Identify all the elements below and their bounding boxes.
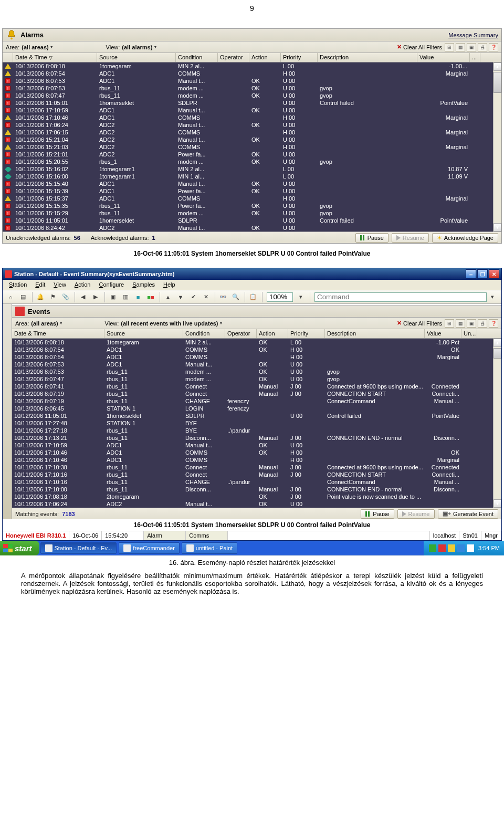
- col-operator[interactable]: Operator: [218, 53, 249, 62]
- menu-item[interactable]: Edit: [31, 280, 49, 290]
- event-row[interactable]: 10/11/2006 17:10:46ADC1COMMSOKH 00OK: [12, 449, 501, 456]
- view-dropdown[interactable]: (all recent events with live updates): [121, 320, 218, 327]
- event-row[interactable]: 10/11/2006 17:10:46ADC1COMMSH 00Marginal: [12, 456, 501, 464]
- taskbar-task[interactable]: untitled - Paint: [182, 542, 237, 554]
- alarms-grid-body[interactable]: 10/13/2006 8:08:181tomegaramMIN 2 al...L…: [3, 62, 501, 232]
- event-row[interactable]: 10/13/2006 8:08:181tomegaramMIN 2 al...O…: [12, 339, 501, 346]
- alarm-row[interactable]: !10/12/2006 11:05:011homersekletSDLPRU 0…: [3, 99, 501, 107]
- col-more[interactable]: ...: [470, 53, 480, 62]
- alarm-row[interactable]: 10/13/2006 8:07:54ADC1COMMSH 00Marginal: [3, 70, 501, 77]
- tray-icon[interactable]: [467, 544, 474, 552]
- alarm-row[interactable]: !10/11/2006 8:24:42ADC2Manual t...OKU 00: [3, 224, 501, 232]
- x-button[interactable]: ✕: [200, 291, 212, 303]
- zoom-dropdown[interactable]: ▾: [295, 291, 307, 303]
- toolbar-button[interactable]: ■: [132, 291, 144, 303]
- col-action[interactable]: Action: [257, 329, 288, 338]
- chevron-down-icon[interactable]: ▼: [50, 45, 54, 49]
- zoom-input[interactable]: [267, 292, 293, 302]
- scroll-thumb[interactable]: [494, 72, 501, 93]
- clip-button[interactable]: 📎: [60, 291, 71, 303]
- vertical-scrollbar[interactable]: ▲ ▼: [493, 62, 501, 232]
- generate-event-button[interactable]: ▣+Generate Event: [438, 509, 499, 519]
- event-row[interactable]: 10/11/2006 17:10:00rbus_11Disconn...Manu…: [12, 486, 501, 493]
- alarm-row[interactable]: !10/13/2006 8:07:53rbus_11modem ...OKU 0…: [3, 85, 501, 92]
- scroll-thumb[interactable]: [494, 348, 501, 359]
- col-priority[interactable]: Priority: [281, 53, 318, 62]
- toolbar-button[interactable]: ▥: [120, 291, 131, 303]
- chevron-down-icon[interactable]: ▼: [219, 321, 223, 325]
- close-button[interactable]: ✕: [489, 269, 499, 279]
- toolbar-button[interactable]: ❓: [489, 319, 498, 328]
- alarm-row[interactable]: !10/11/2006 15:21:01ADC2Power fa...OKU 0…: [3, 151, 501, 158]
- pause-button[interactable]: Pause: [355, 233, 388, 243]
- system-tray[interactable]: 3:54 PM: [424, 541, 504, 555]
- event-row[interactable]: 10/13/2006 8:07:41rbus_11ConnectManualJ …: [12, 383, 501, 390]
- event-row[interactable]: 10/13/2006 8:07:47rbus_11modem ...OKU 00…: [12, 375, 501, 383]
- area-dropdown[interactable]: (all areas): [22, 44, 48, 50]
- event-row[interactable]: 10/11/2006 17:08:182tomegaramOKJ 00Point…: [12, 493, 501, 500]
- alarm-row[interactable]: !10/13/2006 8:07:47rbus_11modem ...OKU 0…: [3, 92, 501, 99]
- alarm-row[interactable]: !10/13/2006 8:07:53ADC1Manual t...OKU 00: [3, 77, 501, 85]
- event-row[interactable]: 10/11/2006 17:27:48STATION 1BYE: [12, 419, 501, 427]
- clear-filters-button[interactable]: ✕Clear All Filters: [397, 320, 442, 327]
- toolbar-button[interactable]: ❓: [489, 43, 498, 51]
- tray-icon[interactable]: [457, 544, 465, 552]
- event-row[interactable]: 10/11/2006 17:10:16rbus_11CHANGE..\pandu…: [12, 478, 501, 486]
- alarm-row[interactable]: !10/11/2006 15:15:40ADC1Manual t...OKU 0…: [3, 180, 501, 187]
- col-icon[interactable]: [3, 53, 13, 62]
- chevron-down-icon[interactable]: ▼: [153, 45, 157, 49]
- col-value[interactable]: Value: [425, 329, 461, 338]
- event-row[interactable]: 10/11/2006 17:27:18rbus_11BYE..\pandur: [12, 427, 501, 434]
- alarm-row[interactable]: 10/11/2006 15:16:021tomegaram1MIN 2 al..…: [3, 165, 501, 173]
- toolbar-button[interactable]: ▣: [467, 43, 476, 51]
- tray-icon[interactable]: [438, 544, 446, 552]
- taskbar-task[interactable]: freeCommander: [119, 542, 179, 554]
- alarm-row[interactable]: 10/11/2006 15:21:03ADC2COMMSH 00Marginal: [3, 143, 501, 151]
- menu-item[interactable]: View: [49, 280, 70, 290]
- toolbar-button[interactable]: ■■: [145, 291, 156, 303]
- window-titlebar[interactable]: Station - Default - Event Summary(sysEve…: [3, 268, 501, 280]
- alarm-row[interactable]: !10/11/2006 15:20:55rbus_1modem ...OKU 0…: [3, 158, 501, 165]
- alarm-row[interactable]: 10/11/2006 15:15:37ADC1COMMSH 00Marginal: [3, 195, 501, 202]
- nav-button[interactable]: ⌂: [5, 291, 16, 303]
- col-value[interactable]: Value: [417, 53, 470, 62]
- event-row[interactable]: 10/12/2006 11:05:011homersekletSDLPRU 00…: [12, 412, 501, 419]
- toolbar-button[interactable]: 🖨: [478, 43, 487, 51]
- tray-icon[interactable]: [448, 544, 455, 552]
- tray-icon[interactable]: [429, 544, 436, 552]
- search-button[interactable]: 🔍: [230, 291, 242, 303]
- down-button[interactable]: ▼: [175, 291, 186, 303]
- col-source[interactable]: Source: [97, 53, 176, 62]
- toolbar-button[interactable]: ⊞: [445, 43, 454, 51]
- col-description[interactable]: Description: [318, 53, 417, 62]
- alarm-row[interactable]: !10/11/2006 15:15:29rbus_11modem ...OKU …: [3, 209, 501, 217]
- alarm-row[interactable]: 10/11/2006 17:06:15ADC2COMMSH 00Marginal: [3, 129, 501, 136]
- start-button[interactable]: start: [0, 541, 39, 555]
- command-dropdown[interactable]: ▾: [487, 291, 498, 303]
- area-dropdown[interactable]: (all areas): [31, 320, 58, 327]
- menu-item[interactable]: Configure: [94, 280, 128, 290]
- alarm-row[interactable]: !10/11/2006 15:15:39ADC1Power fa...OKU 0…: [3, 187, 501, 195]
- status-seg[interactable]: Comms: [186, 531, 228, 540]
- view-dropdown[interactable]: (all alarms): [122, 44, 152, 50]
- clear-filters-button[interactable]: ✕Clear All Filters: [397, 44, 442, 50]
- back-button[interactable]: ◀: [77, 291, 89, 303]
- alarm-row[interactable]: !10/11/2006 11:05:011homersekletSDLPRU 0…: [3, 217, 501, 224]
- toolbar-button[interactable]: ▣: [107, 291, 119, 303]
- forward-button[interactable]: ▶: [90, 291, 101, 303]
- event-row[interactable]: 10/11/2006 17:06:24ADC2Manual t...OKU 00: [12, 500, 501, 508]
- col-condition[interactable]: Condition: [176, 53, 218, 62]
- event-row[interactable]: 10/11/2006 17:10:59ADC1Manual t...OKU 00: [12, 442, 501, 449]
- menu-item[interactable]: Samples: [128, 280, 159, 290]
- alarm-row[interactable]: !10/11/2006 15:15:35rbus_11Power fa...OK…: [3, 202, 501, 209]
- col-condition[interactable]: Condition: [183, 329, 225, 338]
- resume-button[interactable]: Resume: [397, 509, 435, 519]
- command-input[interactable]: [314, 292, 487, 302]
- col-action[interactable]: Action: [249, 53, 281, 62]
- scroll-up-icon[interactable]: ▲: [494, 62, 501, 71]
- alarm-row[interactable]: 10/11/2006 17:10:46ADC1COMMSH 00Marginal: [3, 114, 501, 121]
- alarm-row[interactable]: !10/11/2006 17:10:59ADC1Manual t...OKU 0…: [3, 107, 501, 114]
- col-datetime[interactable]: Date & Time: [12, 329, 104, 338]
- status-seg[interactable]: Alarm: [144, 531, 186, 540]
- toolbar-button[interactable]: 📋: [247, 291, 259, 303]
